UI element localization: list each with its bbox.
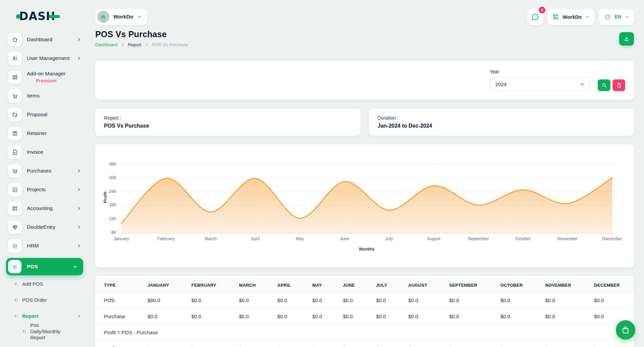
sidebar-nav: DashboardUser ManagementAdd-on ManagerPr…	[6, 32, 86, 336]
column-header: FEBRUARY	[183, 278, 230, 292]
main-content: WorkDo 0 WorkDo	[88, 0, 644, 347]
sidebar-item-user-management[interactable]: User Management	[6, 52, 86, 65]
chevron-right-icon	[76, 244, 81, 248]
profit-area-chart: 60120180240300360JanuaryFebruaryMarchApr…	[102, 154, 627, 258]
target-icon	[8, 239, 21, 253]
brand-logo[interactable]: DASH	[6, 0, 86, 32]
table-cell: $0.0	[139, 308, 183, 325]
breadcrumb-item-report[interactable]: Report	[128, 42, 142, 47]
download-report-button[interactable]	[619, 32, 634, 46]
sidebar-item-add-on-manager[interactable]: Add-on ManagerPremium	[6, 70, 86, 84]
chat-icon	[531, 13, 539, 21]
table-cell: $0.0	[230, 292, 269, 308]
globe-icon	[604, 13, 611, 21]
svg-text:October: October	[515, 236, 531, 241]
svg-text:June: June	[340, 236, 349, 241]
profit-chart-card: 60120180240300360JanuaryFebruaryMarchApr…	[95, 144, 634, 267]
pos-cart-fab[interactable]	[616, 320, 635, 340]
topbar: WorkDo 0 WorkDo	[95, 0, 634, 25]
table-cell: $0.0	[269, 292, 304, 308]
table-cell: $0.0	[230, 341, 269, 347]
svg-text:March: March	[205, 236, 217, 241]
sidebar-subitem-pos-order[interactable]: POS Order	[6, 296, 86, 304]
reset-filter-button[interactable]	[612, 79, 625, 91]
table-cell: $0.0	[399, 292, 440, 308]
column-header: SEPTEMBER	[440, 278, 491, 292]
chevron-right-icon	[145, 43, 149, 47]
column-header: MAY	[304, 278, 334, 292]
dash-logo-icon: DASH	[16, 10, 60, 23]
year-value: 2024	[495, 81, 506, 87]
dots-grid-icon	[8, 260, 21, 273]
table-cell: $0.0	[367, 341, 399, 347]
report-value: POS Vs Purchase	[104, 123, 352, 129]
bullet-icon	[14, 314, 18, 319]
workspace-switcher[interactable]: WorkDo	[95, 9, 147, 25]
table-cell: $0.0	[492, 308, 537, 325]
sidebar-item-items[interactable]: Items	[6, 89, 86, 102]
workdo-apps-button[interactable]: WorkDo	[547, 9, 594, 25]
bullet-icon	[22, 330, 26, 334]
sidebar-item-projects[interactable]: Projects	[6, 183, 86, 196]
table-cell: $0.0	[585, 292, 634, 308]
sidebar-item-pos[interactable]: POS	[6, 258, 83, 275]
search-button[interactable]	[598, 79, 610, 91]
breadcrumb-item-dashboard[interactable]: Dashboard	[95, 42, 117, 47]
year-select[interactable]: 2024	[490, 77, 590, 91]
sidebar-item-doubleentry[interactable]: DoubleEntry	[6, 220, 86, 234]
svg-text:120: 120	[109, 216, 116, 221]
users-icon	[8, 52, 21, 65]
chevron-right-icon	[76, 168, 81, 173]
svg-text:September: September	[468, 236, 489, 241]
table-cell: $0.0	[334, 292, 367, 308]
sidebar-item-dashboard[interactable]: Dashboard	[6, 33, 86, 46]
table-cell: $0.0	[367, 292, 399, 308]
svg-text:360: 360	[109, 162, 116, 166]
table-cell: $0.0	[536, 308, 585, 325]
apps-grid-icon	[552, 13, 559, 20]
table-cell: $0.0	[269, 341, 304, 347]
chevron-right-icon	[76, 206, 81, 211]
filter-controls: Year 2024	[490, 69, 625, 91]
sidebar-item-purchases[interactable]: Purchases	[6, 164, 86, 178]
sidebar-item-hrm[interactable]: HRM	[6, 239, 86, 253]
file-icon	[8, 145, 21, 159]
sidebar-subitem-pos-daily-monthly-report[interactable]: Pos Daily/Monthly Report	[6, 328, 86, 336]
sidebar-subitem-report[interactable]: Report	[6, 312, 86, 320]
chevron-right-icon	[76, 225, 81, 229]
report-table-card: TYPEJANUARYFEBRUARYMARCHAPRILMAYJUNEJULY…	[95, 276, 634, 347]
table-cell: $0.0	[334, 308, 367, 325]
sidebar-item-proposal[interactable]: Proposal	[6, 108, 86, 121]
scale-icon	[8, 220, 21, 234]
table-cell: $0.0	[585, 341, 634, 347]
table-cell: $0.0	[492, 292, 537, 308]
column-header: JANUARY	[139, 278, 183, 292]
workspace-avatar-icon	[97, 11, 109, 23]
sidebar-item-invoice[interactable]: Invoice	[6, 145, 86, 159]
language-button[interactable]: EN	[599, 9, 634, 25]
report-label: Report :	[104, 115, 352, 121]
sidebar-item-accounting[interactable]: Accounting	[6, 202, 86, 215]
breadcrumb-item-pos-vs-purchase: POS Vs Purchase	[152, 42, 189, 47]
chevron-right-icon	[76, 37, 81, 42]
table-cell: $80.0	[139, 292, 183, 308]
table-cell: $0.0	[304, 308, 334, 325]
table-header-row: TYPEJANUARYFEBRUARYMARCHAPRILMAYJUNEJULY…	[95, 278, 634, 292]
report-summary-card: Report : POS Vs Purchase	[95, 109, 361, 136]
table-cell: $0.0	[399, 341, 440, 347]
table-row: Purchase$0.0$0.0$0.0$0.0$0.0$0.0$0.0$0.0…	[95, 308, 634, 325]
workdo-apps-label: WorkDo	[562, 14, 582, 20]
shopping-bag-icon	[621, 326, 630, 334]
messages-button[interactable]: 0	[527, 9, 543, 25]
cart-icon	[8, 89, 21, 102]
sidebar: DASH DashboardUser ManagementAdd-on Mana…	[0, 0, 88, 347]
sidebar-subitem-add-pos[interactable]: Add POS	[6, 280, 86, 288]
sidebar-item-retainer[interactable]: Retainer	[6, 127, 86, 140]
chevron-right-icon	[121, 43, 124, 47]
swap-icon	[8, 108, 21, 121]
column-header: DECEMBER	[585, 278, 634, 292]
table-cell: $0.0	[536, 292, 585, 308]
pos-vs-purchase-table: TYPEJANUARYFEBRUARYMARCHAPRILMAYJUNEJULY…	[95, 278, 634, 347]
svg-text:180: 180	[109, 203, 116, 207]
svg-text:60: 60	[111, 230, 116, 235]
